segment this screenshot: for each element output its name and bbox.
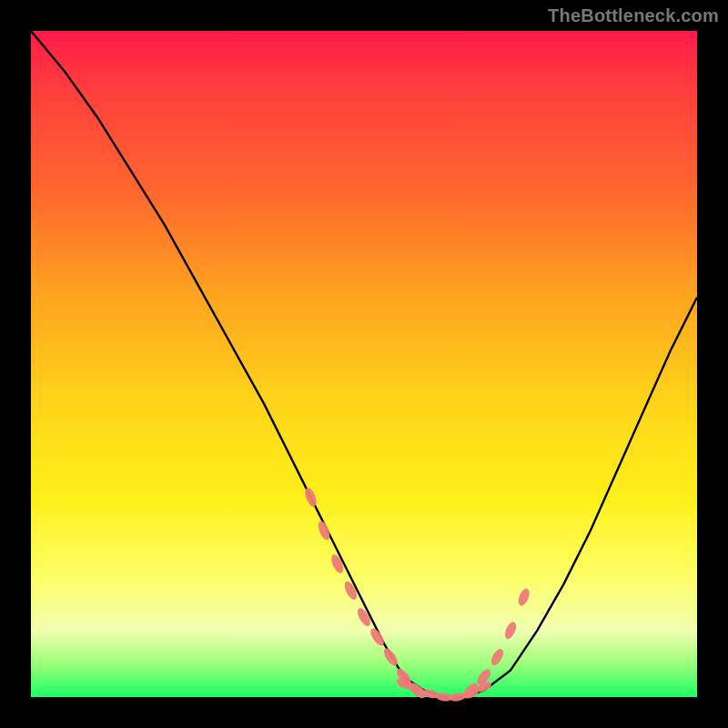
highlight-dot — [516, 587, 531, 607]
main-curve — [31, 31, 697, 697]
highlight-dot — [303, 486, 318, 508]
highlight-right-group — [460, 587, 531, 700]
highlight-dot — [489, 647, 506, 667]
highlight-dot — [502, 621, 518, 641]
chart-svg — [31, 31, 697, 697]
chart-frame: TheBottleneck.com — [0, 0, 728, 728]
plot-area — [31, 31, 697, 697]
highlight-dot — [316, 520, 331, 541]
watermark-text: TheBottleneck.com — [548, 5, 719, 26]
